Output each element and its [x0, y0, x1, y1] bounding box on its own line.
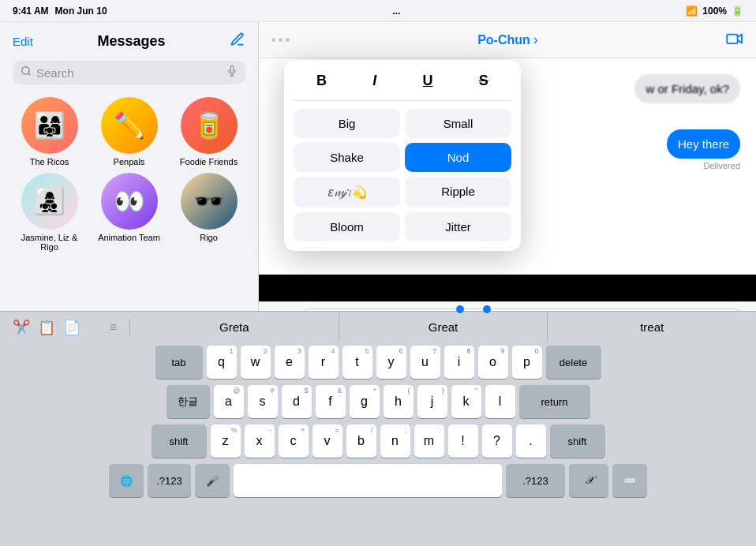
key-c[interactable]: +c: [279, 424, 309, 458]
key-question[interactable]: ?: [482, 424, 512, 458]
contact-name-foodie: Foodie Friends: [180, 157, 238, 166]
underline-button[interactable]: U: [414, 69, 443, 92]
contacts-grid: 👨‍👩‍👧 The Ricos ✏️ Penpals 🥫 Foodie Frie…: [0, 91, 258, 258]
key-i[interactable]: 8i: [444, 346, 474, 379]
search-bar[interactable]: Search: [13, 61, 245, 84]
num-key-right[interactable]: .?123: [506, 464, 565, 497]
messages-header: Edit Messages: [0, 22, 258, 58]
avatar-penpals: ✏️: [101, 97, 158, 154]
avatar-rigo: 🕶️: [181, 173, 238, 230]
contact-jasmine[interactable]: 👩‍👧‍👦 Jasmine, Liz & Rigo: [13, 173, 86, 252]
suggestion-greta[interactable]: Greta: [130, 312, 339, 342]
delete-key[interactable]: delete: [546, 346, 601, 379]
globe-key[interactable]: 🌐: [109, 464, 144, 497]
paste-button[interactable]: 📄: [63, 319, 80, 336]
effect-shake[interactable]: Shake: [294, 143, 400, 172]
key-f[interactable]: &f: [316, 385, 346, 418]
effect-nod[interactable]: Nod: [405, 143, 511, 172]
key-period-r[interactable]: .: [516, 424, 546, 458]
search-placeholder: Search: [36, 66, 222, 80]
compose-button[interactable]: [230, 32, 245, 51]
effect-ripple[interactable]: Ripple: [405, 177, 511, 208]
key-d[interactable]: $d: [282, 385, 312, 418]
edit-tools: ✂️ 📋 📄 ≡: [0, 319, 130, 336]
effect-jitter[interactable]: Jitter: [405, 212, 511, 241]
key-w[interactable]: 2w: [241, 346, 271, 379]
contact-foodie[interactable]: 🥫 Foodie Friends: [172, 97, 245, 166]
copy-button[interactable]: 📋: [38, 319, 55, 336]
key-a[interactable]: @a: [214, 385, 244, 418]
strikethrough-button[interactable]: S: [470, 69, 498, 92]
received-message-bubble: w or Friday, ok?: [634, 74, 740, 103]
chat-contact-name: Po-Chun: [477, 33, 530, 47]
key-j[interactable]: )j: [417, 385, 447, 418]
shift-key-left[interactable]: shift: [152, 424, 207, 458]
sent-message-container: Hey there Delivered: [667, 129, 740, 170]
suggestion-great[interactable]: Great: [339, 312, 548, 342]
status-bar-right: 📶 100% 🔋: [686, 6, 743, 17]
key-v[interactable]: =v: [313, 424, 342, 458]
key-x[interactable]: -x: [245, 424, 275, 458]
messages-title: Messages: [97, 33, 165, 50]
key-h[interactable]: (h: [384, 385, 414, 418]
contact-animation[interactable]: 👀 Animation Team: [92, 173, 166, 252]
bold-button[interactable]: B: [307, 69, 336, 92]
avatar-jasmine: 👩‍👧‍👦: [21, 173, 78, 230]
edit-button[interactable]: Edit: [13, 35, 33, 48]
key-z[interactable]: %z: [211, 424, 241, 458]
key-u[interactable]: 7u: [410, 346, 440, 379]
keyboard-dismiss-key[interactable]: ⌨️: [612, 464, 647, 497]
hangul-key[interactable]: 한글: [167, 385, 210, 418]
key-m[interactable]: :m: [414, 424, 444, 458]
key-e[interactable]: 3e: [275, 346, 305, 379]
shift-key-right[interactable]: shift: [550, 424, 605, 458]
key-r[interactable]: 4r: [309, 346, 339, 379]
key-s[interactable]: #s: [248, 385, 278, 418]
key-n[interactable]: ;n: [380, 424, 410, 458]
contact-name-penpals: Penpals: [114, 157, 145, 166]
effect-small[interactable]: Small: [405, 109, 511, 138]
delivered-label: Delivered: [667, 161, 740, 170]
key-g[interactable]: *g: [350, 385, 380, 418]
key-o[interactable]: 9o: [478, 346, 508, 379]
keyboard-row-1: tab 1q 2w 3e 4r 5t 6y 7u 8i 9o 0p delete: [0, 342, 756, 382]
svg-rect-1: [727, 35, 737, 44]
status-bar: 9:41 AM Mon Jun 10 ... 📶 100% 🔋: [0, 0, 756, 22]
suggestion-treat[interactable]: treat: [548, 312, 756, 342]
key-q[interactable]: 1q: [207, 346, 237, 379]
tab-key[interactable]: tab: [155, 346, 203, 379]
space-key[interactable]: [234, 464, 502, 497]
effect-bloom[interactable]: Bloom: [294, 212, 400, 241]
avatar-foodie: 🥫: [181, 97, 238, 154]
more-options-icon[interactable]: ≡: [110, 320, 117, 335]
video-call-button[interactable]: [726, 31, 743, 49]
num-key-left[interactable]: .?123: [148, 464, 191, 497]
contact-rigo[interactable]: 🕶️ Rigo: [172, 173, 245, 252]
effects-grid: Big Small Shake Nod ε𝓶𝒿ꭵ💫 Ripple Bloom J…: [294, 109, 511, 241]
cut-button[interactable]: ✂️: [13, 319, 30, 336]
cursive-key[interactable]: 𝒳: [569, 464, 608, 497]
key-excl[interactable]: !: [448, 424, 478, 458]
status-bar-left: 9:41 AM Mon Jun 10: [13, 6, 107, 17]
search-mic-icon: [226, 65, 238, 80]
key-b[interactable]: /b: [346, 424, 376, 458]
selection-handle-right[interactable]: [483, 305, 491, 313]
key-y[interactable]: 6y: [376, 346, 406, 379]
key-l[interactable]: l: [485, 385, 515, 418]
contact-name-animation: Animation Team: [98, 233, 160, 242]
italic-button[interactable]: I: [363, 69, 386, 92]
contact-ricos[interactable]: 👨‍👩‍👧 The Ricos: [13, 97, 86, 166]
keyboard-row-2: 한글 @a #s $d &f *g (h )j "k l return: [0, 382, 756, 421]
key-t[interactable]: 5t: [342, 346, 372, 379]
key-p[interactable]: 0p: [512, 346, 542, 379]
contact-penpals[interactable]: ✏️ Penpals: [92, 97, 166, 166]
effect-big[interactable]: Big: [294, 109, 400, 138]
chat-contact-info[interactable]: Po-Chun ›: [477, 32, 538, 48]
effect-emoji-style[interactable]: ε𝓶𝒿ꭵ💫: [294, 177, 400, 208]
selection-handle-left[interactable]: [456, 305, 464, 313]
key-k[interactable]: "k: [451, 385, 481, 418]
status-bar-center: ...: [392, 6, 400, 17]
mic-key[interactable]: 🎤: [195, 464, 230, 497]
return-key[interactable]: return: [519, 385, 590, 418]
contact-name-rigo: Rigo: [200, 233, 218, 242]
